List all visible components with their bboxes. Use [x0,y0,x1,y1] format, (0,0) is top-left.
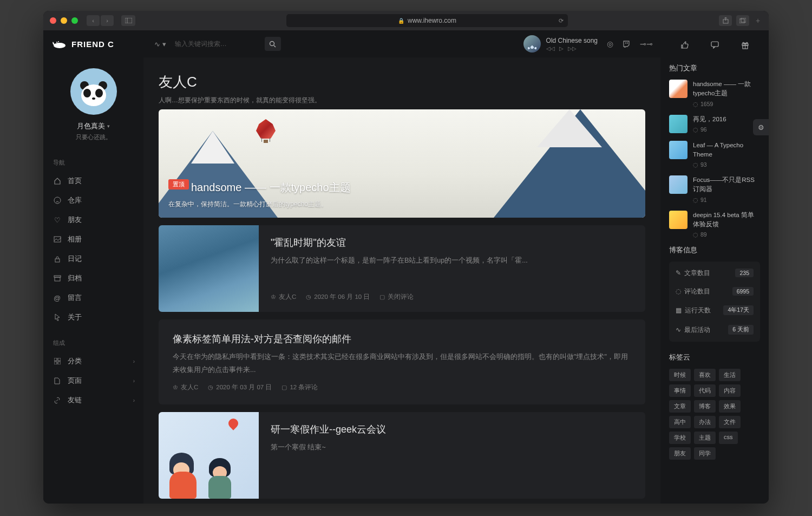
hot-post-item[interactable]: handsome —— 一款typecho主题◌ 1659 [669,80,760,107]
tag[interactable]: 内容 [719,384,741,397]
svg-rect-0 [125,18,132,23]
at-icon: @ [53,294,61,302]
chat-icon-sm: ◌ [676,288,681,295]
sidebar: FRIEND C 月色真美 ▾ 只要心还跳。 导航 首页 仓库 [43,30,143,504]
key-icon[interactable]: ⊸⊸ [640,40,650,48]
hot-post-item[interactable]: deepin 15.4 beta 简单体验反馈◌ 89 [669,211,760,238]
tag[interactable]: 朋友 [669,447,691,460]
play-button[interactable]: ▷ [559,45,564,51]
tag[interactable]: 博客 [694,400,716,413]
tag[interactable]: css [719,432,738,444]
search-input[interactable] [175,40,256,48]
hot-thumb [669,141,687,159]
hot-count: ◌ 93 [693,161,760,168]
rss-icon[interactable]: ◎ [605,40,615,48]
like-button[interactable] [680,41,689,49]
tag[interactable]: 喜欢 [694,369,716,381]
tag[interactable]: 生活 [719,369,741,381]
maximize-window-button[interactable] [71,17,78,24]
comment-button[interactable] [711,41,719,49]
chevron-right-icon: › [133,378,135,384]
svg-rect-13 [54,358,57,361]
prev-track-button[interactable]: ◁◁ [546,45,555,51]
hero-post[interactable]: 置顶 handsome —— 一款typecho主题 在复杂中，保持简洁。一款精… [159,109,645,218]
tag[interactable]: 时候 [669,369,691,381]
tag[interactable]: 效果 [719,400,741,413]
chat-icon-sm: ◌ [693,126,698,133]
nav-pages[interactable]: 页面› [43,371,143,390]
nav-friends[interactable]: ♡朋友 [43,210,143,230]
reload-button[interactable]: ⟳ [559,17,564,24]
close-window-button[interactable] [50,17,56,24]
forward-button[interactable]: › [101,15,114,26]
settings-drawer-button[interactable]: ⚙ [753,119,769,135]
nav-archive[interactable]: 归档 [43,269,143,288]
hot-title: 再见，2016 [693,115,760,124]
chat-icon-sm: ◌ [693,231,698,238]
page-subtitle: 人啊…想要保护重要东西的时候，就真的能变得很坚强。 [159,96,645,105]
clock-icon: ◷ [208,384,213,391]
minimize-window-button[interactable] [61,17,67,24]
lock-icon: 🔒 [398,18,404,24]
doc-icon: ✎ [676,269,681,277]
hot-thumb [669,115,687,133]
search-button[interactable] [265,37,281,51]
tag[interactable]: 同学 [694,447,716,460]
profile-name[interactable]: 月色真美 ▾ [77,121,110,131]
address-bar[interactable]: 🔒 www.ihewro.com ⟳ [286,14,568,27]
hot-post-item[interactable]: Leaf — A Typecho Theme◌ 93 [669,141,760,168]
tag[interactable]: 代码 [694,384,716,397]
tabs-button[interactable] [736,15,749,26]
nav-about[interactable]: 关于 [43,308,143,327]
right-sidebar: 热门文章 handsome —— 一款typecho主题◌ 1659再见，201… [660,30,769,504]
tag[interactable]: 事情 [669,384,691,397]
nav-links[interactable]: 友链› [43,390,143,410]
post-card[interactable]: 研一寒假作业--geek云会议 第一个寒假 结束~ [159,412,645,499]
activity-icon[interactable]: ∿ ▾ [154,40,166,48]
sidebar-toggle-button[interactable] [121,15,135,26]
tag[interactable]: 学校 [669,432,691,444]
post-card[interactable]: 像素标签简单用法-对方是否查阅你的邮件 今天在华为的隐私声明中看到这一条：这类技… [159,319,645,404]
comment-icon: ▢ [379,293,385,301]
hot-count: ◌ 1659 [693,101,760,107]
hot-title: Leaf — A Typecho Theme [693,141,760,160]
now-playing[interactable]: Old Chinese song ◁◁ ▷ ▷▷ [523,35,598,53]
hot-post-item[interactable]: 再见，2016◌ 96 [669,115,760,133]
tag-cloud-title: 标签云 [669,352,760,362]
tag[interactable]: 主题 [694,432,716,444]
nav-guestbook[interactable]: @留言 [43,288,143,308]
user-icon: ♔ [173,384,178,391]
next-track-button[interactable]: ▷▷ [568,45,577,51]
post-excerpt: 第一个寒假 结束~ [271,441,633,488]
nav-home[interactable]: 首页 [43,171,143,191]
nav-album[interactable]: 相册 [43,230,143,249]
song-title: Old Chinese song [546,37,598,44]
svg-rect-4 [741,18,746,22]
nav-diary[interactable]: 日记 [43,249,143,269]
share-button[interactable] [719,15,732,26]
avatar[interactable] [70,68,117,115]
tag[interactable]: 文章 [669,400,691,413]
nav-repo[interactable]: 仓库 [43,191,143,210]
nav-categories[interactable]: 分类› [43,351,143,371]
tag[interactable]: 高中 [669,416,691,428]
brand[interactable]: FRIEND C [43,30,143,57]
post-meta: ♔友人C ◷2020 年 06 月 10 日 ▢关闭评论 [271,293,633,301]
post-excerpt: 今天在华为的隐私声明中看到这一条：这类技术其实已经在很多商业网站中有涉及到，但是… [173,351,631,377]
new-tab-button[interactable]: + [754,16,762,25]
tag[interactable]: 办法 [694,416,716,428]
hot-post-item[interactable]: Focus——不只是RSS订阅器◌ 91 [669,175,760,203]
svg-rect-16 [58,362,61,364]
tag[interactable]: 文件 [719,416,741,428]
twitch-icon[interactable] [623,40,632,48]
svg-rect-19 [711,42,718,47]
svg-rect-3 [739,19,744,23]
post-card[interactable]: "霍乱时期"的友谊 为什么取了的这样一个标题，是前一阵子在B站上看到up的一个视… [159,225,645,312]
svg-point-17 [270,41,274,45]
topbar: ∿ ▾ Old Chinese song ◁◁ ▷ ▷▷ [143,30,660,57]
activity-icon-sm: ∿ [676,326,681,334]
back-button[interactable]: ‹ [87,15,100,26]
chevron-right-icon: › [133,358,135,364]
gift-button[interactable] [741,41,749,49]
hot-thumb [669,211,687,229]
